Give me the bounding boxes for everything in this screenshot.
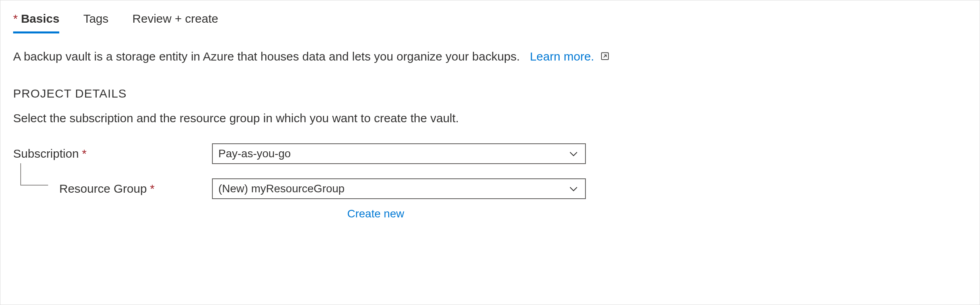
subscription-value: Pay-as-you-go [218, 146, 291, 162]
tab-basics[interactable]: * Basics [13, 10, 59, 33]
control-col: (New) myResourceGroup [212, 178, 586, 199]
subscription-label: Subscription [13, 145, 79, 162]
intro-description: A backup vault is a storage entity in Az… [13, 48, 967, 66]
required-indicator: * [13, 10, 18, 27]
project-details-description: Select the subscription and the resource… [13, 109, 967, 127]
intro-text: A backup vault is a storage entity in Az… [13, 50, 520, 63]
row-subscription: Subscription * Pay-as-you-go [13, 143, 967, 164]
tab-review-create[interactable]: Review + create [132, 10, 218, 33]
learn-more-label: Learn more. [530, 50, 594, 63]
resource-group-value: (New) myResourceGroup [218, 181, 344, 197]
project-details-heading: PROJECT DETAILS [13, 85, 967, 102]
label-col: Subscription * [13, 145, 212, 162]
control-col: Pay-as-you-go [212, 143, 586, 164]
tab-label: Tags [83, 10, 108, 27]
tab-label: Basics [21, 10, 60, 27]
external-link-icon [600, 49, 610, 66]
label-col: Resource Group * [13, 180, 212, 197]
create-new-link[interactable]: Create new [347, 207, 404, 220]
required-indicator: * [82, 145, 87, 162]
create-new-row: Create new [347, 205, 967, 222]
chevron-down-icon [568, 148, 579, 160]
tab-tags[interactable]: Tags [83, 10, 108, 33]
subscription-dropdown[interactable]: Pay-as-you-go [212, 143, 586, 164]
row-resource-group: Resource Group * (New) myResourceGroup [13, 178, 967, 199]
resource-group-label: Resource Group [59, 180, 147, 197]
learn-more-link[interactable]: Learn more. [530, 50, 610, 63]
resource-group-dropdown[interactable]: (New) myResourceGroup [212, 178, 586, 199]
tab-label: Review + create [132, 10, 218, 27]
chevron-down-icon [568, 183, 579, 195]
required-indicator: * [150, 180, 155, 197]
tab-bar: * Basics Tags Review + create [13, 10, 967, 33]
